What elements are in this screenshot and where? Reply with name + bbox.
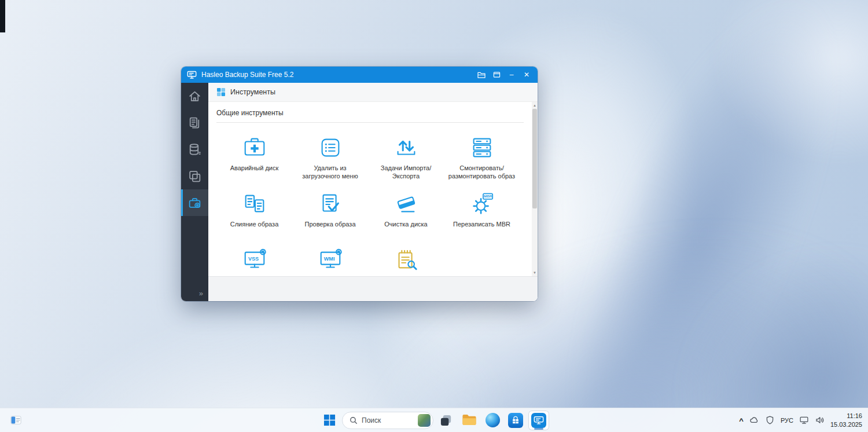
sidebar-item-clone[interactable] [181, 163, 208, 189]
sidebar-item-home[interactable] [181, 83, 208, 109]
tool-label: Смонтировать/размонтировать образ [447, 164, 517, 181]
section-title: Общие инструменты [208, 102, 538, 122]
store-icon [508, 413, 523, 428]
taskbar-left [7, 411, 24, 430]
volume-icon[interactable] [815, 415, 825, 425]
search-placeholder: Поиск [362, 416, 414, 424]
tool-label: Проверка образа [304, 220, 355, 228]
sidebar-item-tools[interactable] [181, 189, 208, 216]
restore-wmi-icon: WMI [317, 247, 344, 273]
tool-restore-wmi[interactable]: WMI Восстановление WMI [292, 247, 368, 276]
boot-menu-icon [317, 134, 344, 161]
restore-vss-icon: VSS [241, 247, 268, 273]
hasleo-app-icon [531, 413, 546, 428]
tool-label: Перезаписать MBR [453, 220, 510, 228]
widgets-button[interactable] [7, 411, 24, 430]
rewrite-mbr-icon: MBR [469, 191, 495, 217]
network-icon[interactable] [799, 415, 809, 425]
task-view-icon [440, 413, 453, 427]
tray-time: 11:16 [830, 412, 862, 420]
tool-label: Удалить из загрузочного меню [295, 164, 366, 181]
section-divider [216, 122, 524, 123]
verify-image-icon [317, 191, 344, 217]
tool-label: Слияние образа [230, 220, 279, 228]
folder-open-icon [477, 71, 486, 79]
file-explorer-icon [462, 414, 477, 426]
titlebar[interactable]: Hasleo Backup Suite Free 5.2 – ✕ [181, 67, 538, 83]
sidebar-item-disks[interactable] [181, 136, 208, 163]
tool-rewrite-mbr[interactable]: MBR Перезаписать MBR [444, 191, 520, 247]
clone-icon [187, 169, 202, 184]
taskbar-search[interactable]: Поиск [342, 412, 433, 429]
sidebar: » [181, 83, 208, 301]
window-body: » Инструменты Общие инструменты [181, 83, 538, 301]
toolbox-icon [187, 196, 202, 210]
main-panel: Инструменты Общие инструменты Аварийный … [208, 83, 538, 301]
taskbar-center: Поиск [319, 411, 549, 430]
window-icon [493, 71, 501, 78]
hasleo-window: Hasleo Backup Suite Free 5.2 – ✕ [181, 67, 538, 301]
window-footer [208, 276, 538, 301]
taskbar-clock[interactable]: 11:16 15.03.2025 [830, 412, 862, 429]
tool-label: Аварийный диск [230, 164, 279, 172]
search-daily-image[interactable] [418, 414, 431, 427]
database-icon [187, 142, 202, 157]
tool-remove-boot-menu[interactable]: Удалить из загрузочного меню [292, 134, 368, 191]
minimize-button[interactable]: – [504, 68, 519, 81]
scroll-up-button[interactable]: ▲ [532, 102, 538, 109]
page-header: Инструменты [208, 83, 538, 102]
screen-corner-artifact [0, 0, 5, 32]
sidebar-collapse-button[interactable]: » [181, 287, 208, 301]
edge-button[interactable] [482, 411, 503, 430]
mount-image-icon [469, 134, 495, 161]
tool-merge-image[interactable]: Слияние образа [216, 191, 292, 247]
close-button[interactable]: ✕ [519, 68, 534, 81]
svg-text:VSS: VSS [248, 256, 258, 262]
tool-emergency-disk[interactable]: Аварийный диск [216, 134, 292, 191]
search-icon [350, 416, 358, 424]
edge-icon [486, 413, 500, 427]
tray-date: 15.03.2025 [830, 420, 862, 429]
content-scrollbar[interactable]: ▲ ▼ [532, 102, 538, 276]
start-button[interactable] [319, 411, 340, 430]
scrollbar-thumb[interactable] [532, 109, 537, 208]
window-mode-button[interactable] [489, 68, 504, 81]
tool-wipe-disk[interactable]: Очистка диска [368, 191, 444, 247]
tool-view-logs[interactable]: Просмотр журналов [368, 247, 444, 276]
tools-page-icon [216, 87, 226, 97]
sidebar-item-backup-tasks[interactable] [181, 109, 208, 136]
svg-text:WMI: WMI [323, 256, 334, 262]
tool-grid: Аварийный диск Удалить из загрузочного м… [216, 134, 538, 276]
app-icon [187, 71, 197, 79]
tools-content: Общие инструменты Аварийный диск [208, 102, 538, 276]
hasleo-taskbar-button[interactable] [528, 411, 549, 430]
cloud-tray-icon[interactable] [749, 415, 759, 425]
scroll-down-button[interactable]: ▼ [532, 269, 538, 276]
shield-tray-icon[interactable] [765, 415, 775, 425]
home-icon [187, 89, 202, 104]
file-explorer-button[interactable] [459, 411, 480, 430]
open-folder-button[interactable] [474, 68, 489, 81]
import-export-icon [393, 134, 420, 161]
window-controls: – ✕ [474, 68, 534, 81]
tray-expand-button[interactable]: ^ [739, 416, 744, 425]
tool-label: Очистка диска [384, 220, 427, 228]
eraser-icon [393, 191, 420, 217]
tool-restore-vss[interactable]: VSS Восстановление VSS [216, 247, 292, 276]
merge-image-icon [241, 191, 268, 217]
tool-verify-image[interactable]: Проверка образа [292, 191, 368, 247]
tool-label: Задачи Импорта/Экспорта [371, 164, 442, 181]
tool-import-export-tasks[interactable]: Задачи Импорта/Экспорта [368, 134, 444, 191]
store-button[interactable] [505, 411, 526, 430]
scrollbar-track[interactable] [532, 109, 538, 269]
backup-tasks-icon [187, 116, 202, 130]
view-logs-icon [393, 247, 420, 273]
running-app-indicator [534, 428, 543, 430]
language-indicator[interactable]: РУС [781, 417, 793, 424]
taskbar: Поиск [0, 408, 868, 432]
system-tray: ^ РУС 11:16 15.03.2025 [739, 412, 862, 429]
tool-mount-unmount-image[interactable]: Смонтировать/размонтировать образ [444, 134, 520, 191]
windows-logo-icon [323, 414, 336, 426]
emergency-disk-icon [241, 134, 268, 161]
task-view-button[interactable] [436, 411, 457, 430]
